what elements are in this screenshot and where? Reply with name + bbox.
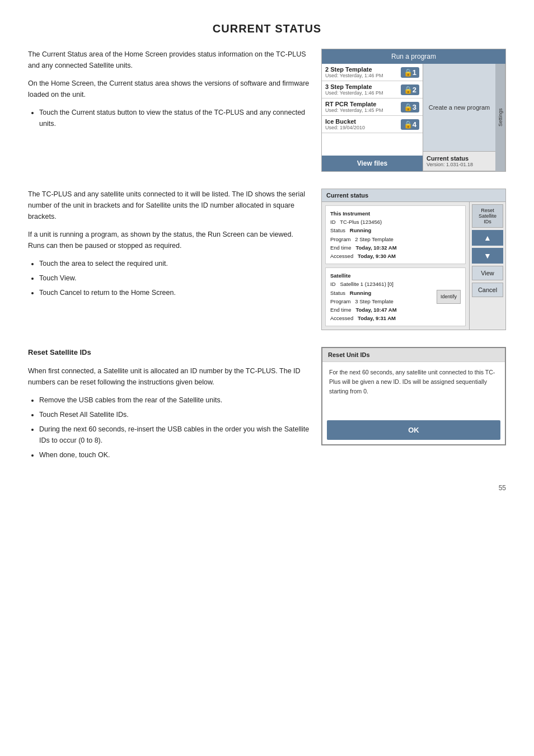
reset-satellite-ids-button[interactable]: Reset Satellite IDs: [472, 204, 503, 228]
reset-bullet4: When done, touch OK.: [39, 449, 310, 461]
cancel-button[interactable]: Cancel: [472, 283, 503, 297]
list-item[interactable]: RT PCR Template Used: Yesterday, 1:45 PM…: [322, 98, 423, 116]
reset-section-heading: Reset Satellite IDs: [28, 347, 310, 359]
intro-para2: On the Home Screen, the Current status a…: [28, 78, 310, 100]
section2-para2: If a unit is running a program, as shown…: [28, 229, 310, 251]
section2-bullet2: Touch View.: [39, 273, 310, 284]
reset-para1: When first connected, a Satellite unit i…: [28, 365, 310, 388]
list-item[interactable]: 3 Step Template Used: Yesterday, 1:46 PM…: [322, 81, 423, 98]
list-item[interactable]: Ice Bucket Used: 19/04/2010 🔒4: [322, 116, 423, 133]
up-arrow-button[interactable]: ▲: [472, 230, 503, 246]
view-button[interactable]: View: [472, 266, 503, 280]
program-list: 2 Step Template Used: Yesterday, 1:46 PM…: [322, 64, 423, 171]
intro-bullet1: Touch the Current status button to view …: [39, 107, 310, 129]
satellite-info-box: Satellite ID Satellite 1 (123461) [0] St…: [325, 267, 466, 326]
view-files-button[interactable]: View files: [322, 156, 423, 171]
settings-tab[interactable]: Settings: [495, 64, 505, 171]
reset-screen-body: For the next 60 seconds, any satellite u…: [322, 362, 505, 418]
home-screen-mockup: Run a program 2 Step Template Used: Yest…: [321, 49, 506, 172]
current-status-panel[interactable]: Current status Version: 1.031-01.18: [423, 152, 495, 171]
identify-button[interactable]: Identify: [437, 290, 461, 303]
reset-screen-header: Reset Unit IDs: [322, 348, 505, 362]
reset-bullet1: Remove the USB cables from the rear of t…: [39, 395, 310, 406]
page-title: CURRENT STATUS: [28, 22, 506, 35]
section2-bullet3: Touch Cancel to return to the Home Scree…: [39, 287, 310, 298]
reset-bullet2: Touch Reset All Satellite IDs.: [39, 409, 310, 420]
create-new-program-button[interactable]: Create a new program: [423, 64, 495, 152]
down-arrow-button[interactable]: ▼: [472, 248, 503, 264]
cs-right-buttons: Reset Satellite IDs ▲ ▼ View Cancel: [469, 202, 505, 330]
ok-button[interactable]: OK: [327, 420, 500, 440]
section2-bullet1: Touch the area to select the required un…: [39, 258, 310, 269]
cs-screen-header: Current status: [322, 189, 505, 202]
intro-para1: The Current Status area of the Home Scre…: [28, 49, 310, 71]
current-status-screen-mockup: Current status This Instrument ID TC-Plu…: [321, 189, 506, 330]
instrument-info-box: This Instrument ID TC-Plus (123456) Stat…: [325, 205, 466, 264]
section2-para1: The TC-PLUS and any satellite units conn…: [28, 189, 310, 222]
reset-bullet3: During the next 60 seconds, re-insert th…: [39, 424, 310, 446]
run-program-bar: Run a program: [322, 49, 505, 64]
reset-unit-ids-screen: Reset Unit IDs For the next 60 seconds, …: [321, 347, 506, 445]
list-item[interactable]: 2 Step Template Used: Yesterday, 1:46 PM…: [322, 64, 423, 81]
page-number: 55: [28, 484, 506, 492]
